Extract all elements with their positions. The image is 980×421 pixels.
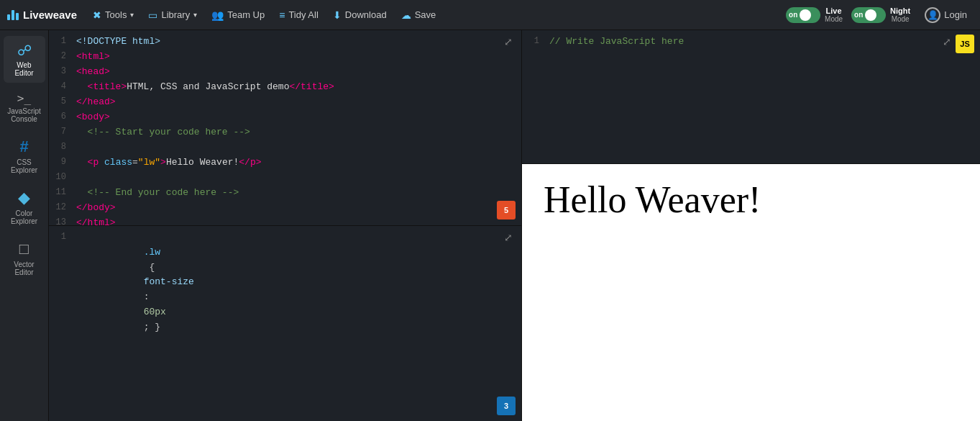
vector-editor-icon: □ (19, 240, 29, 258)
code-line-5: 5 </head> (49, 95, 521, 110)
logo-bar-2 (12, 10, 14, 20)
sidebar-item-label-vector-editor: VectorEditor (14, 261, 34, 276)
html-editor[interactable]: ⤢ 1 <!DOCTYPE html> 2 <html> 3 <head> 4 … (49, 30, 521, 226)
teamup-label: Team Up (227, 9, 265, 20)
tools-button[interactable]: ✖ Tools ▾ (87, 6, 139, 24)
library-button[interactable]: ▭ Library ▾ (142, 6, 203, 24)
tidyall-label: Tidy All (288, 9, 318, 20)
code-line-12: 12 </body> (49, 201, 521, 216)
css-editor[interactable]: ⤢ 1 .lw { font-size : 60px ; } 3 (49, 226, 521, 421)
logo-bar-3 (16, 13, 19, 20)
css-editor-expand-button[interactable]: ⤢ (501, 230, 516, 245)
code-line-13: 13 </html> (49, 216, 521, 226)
live-mode-label: Live (826, 6, 842, 15)
night-mode-label-wrap: Night Mode (890, 6, 910, 23)
code-line-6: 6 <body> (49, 110, 521, 125)
sidebar: ☍ WebEditor >_ JavaScriptConsole # CSSEx… (0, 30, 49, 421)
library-chevron-icon: ▾ (193, 11, 197, 19)
css3-badge: 3 (497, 397, 516, 415)
preview-area: ⤢ JS 1 // Write JavaScript here Hello We… (521, 30, 980, 421)
download-label: Download (345, 9, 387, 20)
tools-icon: ✖ (93, 9, 101, 21)
sidebar-item-css-explorer[interactable]: # CSSExplorer (4, 132, 45, 180)
login-button[interactable]: 👤 Login (919, 4, 973, 26)
sidebar-item-js-console[interactable]: >_ JavaScriptConsole (4, 86, 45, 129)
web-editor-icon: ☍ (17, 42, 32, 59)
night-mode-sub: Mode (892, 15, 910, 23)
html5-badge: 5 (497, 201, 516, 219)
css-code-area[interactable]: 1 .lw { font-size : 60px ; } (49, 226, 521, 354)
tools-chevron-icon: ▾ (130, 11, 134, 19)
download-button[interactable]: ⬇ Download (327, 6, 393, 24)
code-line-8: 8 (49, 140, 521, 155)
code-line-11: 11 <!-- End your code here --> (49, 186, 521, 201)
night-mode-group: on Night Mode (851, 6, 910, 23)
save-button[interactable]: ☁ Save (395, 6, 442, 24)
tools-label: Tools (105, 9, 127, 20)
night-mode-toggle[interactable]: on (851, 7, 886, 23)
night-mode-label: Night (890, 6, 910, 15)
tidyall-button[interactable]: ≡ Tidy All (273, 6, 324, 24)
code-line-3: 3 <head> (49, 65, 521, 80)
live-mode-group: on Live Mode (786, 6, 843, 23)
brand-logo (7, 10, 19, 20)
preview-pane: Hello Weaver! (522, 164, 980, 421)
top-navigation: Liveweave ✖ Tools ▾ ▭ Library ▾ 👥 Team U… (0, 0, 980, 30)
html-code-area[interactable]: 1 <!DOCTYPE html> 2 <html> 3 <head> 4 <t… (49, 30, 521, 226)
js-editor[interactable]: ⤢ JS 1 // Write JavaScript here (522, 30, 980, 164)
live-mode-label-wrap: Live Mode (825, 6, 843, 23)
sidebar-item-label-css-explorer: CSSExplorer (11, 158, 37, 174)
code-line-9: 9 <p class="lw">Hello Weaver!</p> (49, 155, 521, 171)
code-line-10: 10 (49, 171, 521, 186)
code-line-2: 2 <html> (49, 50, 521, 65)
save-label: Save (415, 9, 436, 20)
main-area: ☍ WebEditor >_ JavaScriptConsole # CSSEx… (0, 30, 980, 421)
html-editor-expand-button[interactable]: ⤢ (501, 35, 516, 49)
brand: Liveweave (7, 9, 77, 21)
night-mode-on-label: on (854, 11, 863, 19)
sidebar-item-color-explorer[interactable]: ◆ ColorExplorer (4, 183, 45, 231)
login-label: Login (944, 9, 967, 20)
sidebar-item-label-web-editor: WebEditor (14, 61, 33, 77)
sidebar-item-web-editor[interactable]: ☍ WebEditor (4, 36, 45, 83)
tidyall-icon: ≡ (279, 9, 285, 21)
editors-area: ⤢ 1 <!DOCTYPE html> 2 <html> 3 <head> 4 … (49, 30, 521, 421)
js-editor-expand-button[interactable]: ⤢ (940, 35, 954, 49)
library-label: Library (161, 9, 190, 20)
css-explorer-icon: # (19, 137, 28, 156)
live-mode-on-label: on (789, 11, 797, 19)
live-mode-knob (800, 9, 811, 21)
logo-bar-1 (7, 14, 10, 20)
code-line-1: 1 <!DOCTYPE html> (49, 35, 521, 50)
color-explorer-icon: ◆ (18, 189, 30, 207)
save-icon: ☁ (401, 9, 411, 21)
code-line-7: 7 <!-- Start your code here --> (49, 125, 521, 140)
code-line-4: 4 <title>HTML, CSS and JavaScript demo</… (49, 80, 521, 95)
download-icon: ⬇ (333, 9, 342, 21)
js-code-area[interactable]: 1 // Write JavaScript here (522, 30, 980, 54)
css-code-line-1: 1 .lw { font-size : 60px ; } (49, 230, 521, 350)
preview-content: Hello Weaver! (544, 178, 761, 221)
night-mode-knob (865, 9, 876, 21)
teamup-icon: 👥 (211, 9, 224, 21)
sidebar-item-label-color-explorer: ColorExplorer (11, 209, 37, 225)
sidebar-item-label-js-console: JavaScriptConsole (7, 107, 41, 123)
js-badge: JS (956, 35, 974, 53)
library-icon: ▭ (148, 9, 157, 21)
live-mode-sub: Mode (825, 15, 843, 23)
brand-name: Liveweave (23, 9, 77, 21)
live-mode-toggle[interactable]: on (786, 7, 820, 23)
user-icon: 👤 (925, 7, 940, 23)
sidebar-item-vector-editor[interactable]: □ VectorEditor (4, 234, 45, 282)
js-code-line-1: 1 // Write JavaScript here (522, 35, 980, 50)
teamup-button[interactable]: 👥 Team Up (206, 6, 270, 24)
js-console-icon: >_ (17, 91, 31, 105)
